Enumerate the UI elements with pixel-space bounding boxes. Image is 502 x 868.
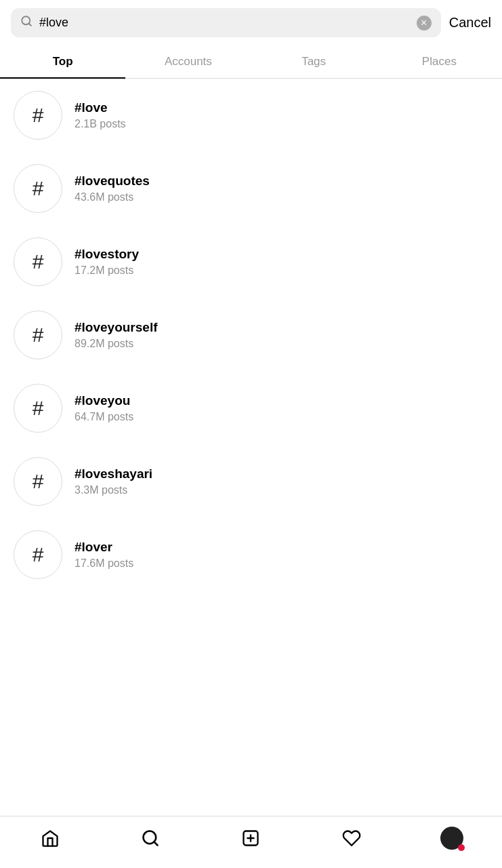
hashtag-post-count: 89.2M posts — [75, 338, 158, 350]
hashtag-symbol: # — [33, 323, 44, 347]
hashtag-name: #love — [75, 100, 126, 115]
search-icon — [20, 15, 33, 31]
hashtag-post-count: 17.2M posts — [75, 264, 139, 277]
hashtag-list-item[interactable]: # #lover 17.6M posts — [0, 518, 502, 591]
hashtag-list-item[interactable]: # #loveyou 64.7M posts — [0, 372, 502, 445]
home-icon — [41, 829, 60, 848]
hashtag-list-item[interactable]: # #lovestory 17.2M posts — [0, 225, 502, 298]
hashtag-name: #loveyourself — [75, 320, 158, 335]
tab-tags[interactable]: Tags — [251, 45, 377, 78]
clear-search-button[interactable] — [417, 16, 432, 31]
hashtag-post-count: 17.6M posts — [75, 557, 133, 570]
hashtag-info: #lover 17.6M posts — [75, 540, 133, 570]
hashtag-name: #lover — [75, 540, 133, 555]
hashtag-info: #lovequotes 43.6M posts — [75, 174, 150, 203]
cancel-button[interactable]: Cancel — [449, 15, 491, 31]
hashtag-list-item[interactable]: # #loveyourself 89.2M posts — [0, 298, 502, 372]
nav-post[interactable] — [234, 825, 268, 852]
hashtag-icon-circle: # — [14, 384, 62, 433]
tab-accounts[interactable]: Accounts — [125, 45, 251, 78]
hashtag-info: #loveyourself 89.2M posts — [75, 320, 158, 350]
hashtag-icon-circle: # — [14, 457, 62, 506]
heart-icon — [342, 829, 361, 848]
search-nav-icon — [141, 829, 160, 848]
tab-places[interactable]: Places — [377, 45, 502, 78]
hashtag-list-item[interactable]: # #lovequotes 43.6M posts — [0, 152, 502, 225]
hashtag-info: #love 2.1B posts — [75, 100, 126, 130]
hashtag-icon-circle: # — [14, 530, 62, 579]
hashtag-symbol: # — [33, 397, 44, 420]
hashtag-post-count: 3.3M posts — [75, 484, 152, 496]
tab-top[interactable]: Top — [0, 45, 125, 78]
tab-bar: Top Accounts Tags Places — [0, 45, 502, 79]
hashtag-name: #loveshayari — [75, 467, 152, 481]
hashtag-info: #loveshayari 3.3M posts — [75, 467, 152, 496]
search-bar: #love Cancel — [0, 0, 502, 45]
search-input-wrapper[interactable]: #love — [11, 8, 441, 37]
hashtag-icon-circle: # — [14, 311, 62, 359]
hashtag-list: # #love 2.1B posts # #lovequotes 43.6M p… — [0, 79, 502, 591]
hashtag-name: #lovestory — [75, 247, 139, 262]
hashtag-list-item[interactable]: # #love 2.1B posts — [0, 79, 502, 152]
hashtag-name: #loveyou — [75, 393, 133, 408]
hashtag-symbol: # — [33, 250, 44, 273]
hashtag-list-item[interactable]: # #loveshayari 3.3M posts — [0, 445, 502, 518]
post-icon — [241, 829, 260, 848]
hashtag-symbol: # — [33, 470, 44, 493]
hashtag-icon-circle: # — [14, 164, 62, 213]
hashtag-post-count: 2.1B posts — [75, 118, 126, 130]
hashtag-symbol: # — [33, 177, 44, 200]
nav-activity[interactable] — [335, 825, 369, 852]
hashtag-post-count: 43.6M posts — [75, 191, 150, 203]
bottom-nav — [0, 816, 502, 868]
hashtag-post-count: 64.7M posts — [75, 411, 133, 423]
hashtag-icon-circle: # — [14, 237, 62, 286]
nav-search[interactable] — [133, 825, 167, 852]
search-query-text: #love — [39, 16, 410, 30]
hashtag-info: #loveyou 64.7M posts — [75, 393, 133, 423]
content-area: # #love 2.1B posts # #lovequotes 43.6M p… — [0, 79, 502, 816]
hashtag-symbol: # — [33, 104, 44, 127]
svg-line-1 — [28, 23, 30, 25]
profile-avatar — [440, 827, 463, 850]
svg-line-3 — [154, 842, 158, 845]
hashtag-info: #lovestory 17.2M posts — [75, 247, 139, 277]
hashtag-icon-circle: # — [14, 91, 62, 140]
nav-profile[interactable] — [435, 825, 469, 852]
nav-home[interactable] — [33, 825, 67, 852]
hashtag-name: #lovequotes — [75, 174, 150, 189]
hashtag-symbol: # — [33, 543, 44, 566]
